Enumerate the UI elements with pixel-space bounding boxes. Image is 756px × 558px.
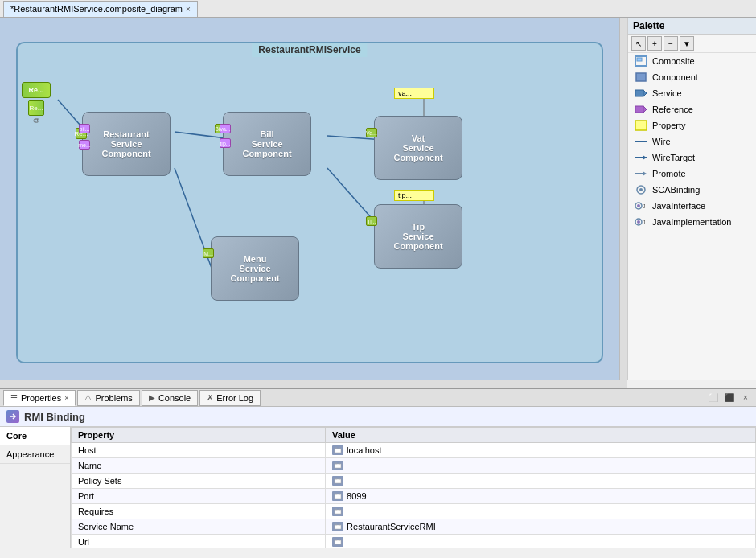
connections-svg [18,43,602,362]
palette-zoom-in-tool[interactable]: + [647,36,662,51]
errorlog-tab-icon: ✗ [207,393,213,402]
svg-marker-18 [643,155,647,160]
wire-icon [635,136,647,147]
palette-tools: ↖ + − ▼ [628,35,756,53]
palette-select-tool[interactable]: ↖ [631,36,646,51]
value-cell [326,474,756,489]
svg-text:J: J [643,220,646,225]
svg-marker-13 [643,106,647,113]
value-text: RestaurantServiceRMI [347,522,436,531]
svg-point-27 [637,220,640,224]
restaurant-box[interactable]: RestaurantServiceComponent [82,112,171,176]
scabinding-label: SCABinding [652,185,700,195]
table-row[interactable]: Port8099 [72,489,756,504]
palette-item-javainterface[interactable]: J JavaInterface [628,198,756,214]
palette-menu-tool[interactable]: ▼ [680,36,694,51]
scabinding-icon [635,184,647,195]
editor-tab[interactable]: *RestaurantRMIService.composite_diagram … [3,1,198,17]
value-cell: localhost [326,443,756,458]
svg-rect-47 [335,540,341,544]
table-row[interactable]: Service NameRestaurantServiceRMI [72,519,756,535]
bill-box[interactable]: BillServiceComponent [223,112,311,176]
palette-item-wiretarget[interactable]: WireTarget [628,150,756,166]
palette-item-promote[interactable]: Promote [628,166,756,182]
value-with-icon [332,476,749,486]
bottom-panel: ☰ Properties × ⚠ Problems ▶ Console ✗ Er… [0,388,756,548]
value-cell [326,504,756,519]
canvas-area[interactable]: RestaurantRMIService [0,18,619,380]
value-icon [332,522,343,531]
svg-point-24 [637,204,640,207]
bottom-right-tools: ⬜ ⬛ × [706,391,753,405]
palette-item-property[interactable]: Property [628,117,756,133]
svg-rect-8 [637,58,642,61]
tab-bar: *RestaurantRMIService.composite_diagram … [0,0,756,18]
svg-text:J: J [643,203,646,209]
service-label: Service [652,88,682,98]
wiretarget-label: WireTarget [652,153,695,162]
table-row[interactable]: Policy Sets [72,474,756,489]
reference-icon [635,104,647,115]
problems-tab-label: Problems [95,393,132,403]
vertical-scrollbar[interactable] [619,18,627,380]
table-row[interactable]: Uri [72,535,756,549]
value-with-icon: RestaurantServiceRMI [332,522,749,531]
svg-rect-14 [635,121,647,130]
svg-marker-20 [643,171,647,176]
svg-marker-11 [643,90,647,96]
svg-rect-41 [335,510,341,514]
table-row[interactable]: Name [72,458,756,474]
tab-errorlog[interactable]: ✗ Error Log [199,390,261,406]
palette-item-scabinding[interactable]: SCABinding [628,182,756,198]
palette-item-service[interactable]: Service [628,85,756,101]
svg-rect-9 [636,73,646,81]
binding-icon [6,410,19,423]
palette-zoom-out-tool[interactable]: − [664,36,678,51]
property-cell: Service Name [72,519,326,535]
properties-sidebar: Core Appearance [0,427,71,548]
console-tab-icon: ▶ [149,393,155,402]
tab-console[interactable]: ▶ Console [142,390,198,406]
palette-item-javaimplementation[interactable]: J JavaImplementation [628,214,756,230]
tab-properties[interactable]: ☰ Properties × [3,390,76,406]
vat-box[interactable]: VatServiceComponent [374,116,462,180]
value-icon [332,491,343,501]
properties-table-area[interactable]: Property Value HostlocalhostNamePolicy S… [71,427,756,548]
value-cell: RestaurantServiceRMI [326,519,756,535]
core-tab-label: Core [6,431,27,441]
tab-close-button[interactable]: × [186,5,191,14]
close-panel-button[interactable]: × [738,391,753,405]
properties-header: RMI Binding [0,407,756,427]
main-container: RestaurantRMIService [0,18,756,380]
entry-component[interactable]: Re... Re... @ [22,82,51,124]
menu-box[interactable]: MenuServiceComponent [211,236,299,301]
svg-point-22 [639,188,643,191]
palette-item-reference[interactable]: Reference [628,101,756,117]
tab-problems[interactable]: ⚠ Problems [77,390,139,406]
composite-label: Composite [652,56,695,66]
table-row[interactable]: Hostlocalhost [72,443,756,458]
value-text: 8099 [347,491,366,501]
palette-item-component[interactable]: Component [628,69,756,85]
minimize-panel-button[interactable]: ⬜ [706,391,721,405]
palette-item-wire[interactable]: Wire [628,133,756,150]
value-with-icon [332,461,749,470]
console-tab-label: Console [158,393,191,403]
svg-rect-10 [635,90,643,96]
tip-box[interactable]: TipServiceComponent [374,204,462,269]
tab-label: *RestaurantRMIService.composite_diagram [10,4,183,14]
properties-tab-label: Properties [21,393,61,403]
maximize-panel-button[interactable]: ⬛ [722,391,737,405]
value-icon [332,476,343,486]
property-col-header: Property [72,428,326,443]
table-row[interactable]: Requires [72,504,756,519]
appearance-tab[interactable]: Appearance [0,445,70,464]
value-cell [326,458,756,474]
palette-item-composite[interactable]: Composite [628,53,756,69]
properties-body: Core Appearance Property Value Hostlocal… [0,427,756,548]
properties-tab-close[interactable]: × [64,394,68,402]
horizontal-scrollbar[interactable] [0,380,627,388]
core-tab[interactable]: Core [0,427,70,445]
value-cell: 8099 [326,489,756,504]
value-with-icon [332,507,749,516]
